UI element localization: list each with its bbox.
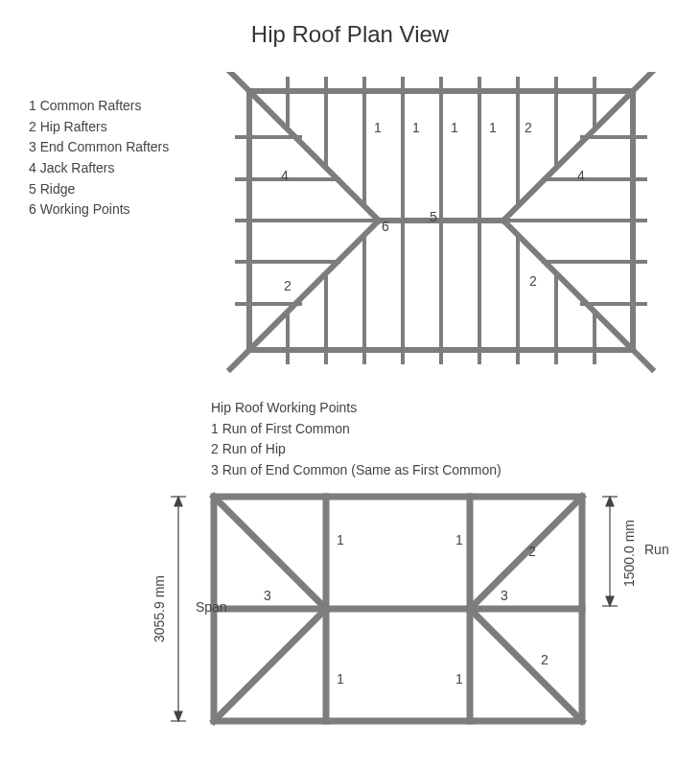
- callout-3b: 3: [264, 588, 271, 603]
- svg-marker-47: [175, 497, 182, 506]
- run-dimension-icon: [599, 489, 620, 614]
- run-value: 1500.0 mm: [621, 520, 637, 587]
- legend-item: 3 Run of End Common (Same as First Commo…: [211, 460, 502, 481]
- callout-1: 1: [412, 120, 420, 135]
- callout-4: 4: [281, 168, 289, 183]
- legend-item: 2 Hip Rafters: [29, 117, 169, 138]
- legend-top: 1 Common Rafters 2 Hip Rafters 3 End Com…: [29, 96, 169, 221]
- callout-2: 2: [529, 273, 537, 289]
- legend-bottom: Hip Roof Working Points 1 Run of First C…: [211, 398, 502, 481]
- legend-item: 6 Working Points: [29, 199, 169, 221]
- callout-2b: 2: [541, 652, 548, 667]
- svg-line-2: [230, 72, 379, 221]
- svg-line-38: [470, 497, 582, 609]
- svg-marker-48: [175, 711, 182, 721]
- legend-item: 3 End Common Rafters: [29, 137, 169, 158]
- legend-item: 1 Common Rafters: [29, 96, 169, 117]
- callout-1: 1: [489, 120, 497, 135]
- callout-1: 1: [374, 120, 382, 135]
- callout-4: 4: [577, 168, 585, 183]
- span-dimension-icon: [168, 489, 189, 729]
- page-title: Hip Roof Plan View: [0, 21, 700, 48]
- legend-item: 1 Run of First Common: [211, 419, 502, 440]
- callout-1b: 1: [455, 532, 463, 547]
- callout-1b: 1: [337, 671, 344, 687]
- callout-6: 6: [382, 219, 389, 234]
- callout-1: 1: [451, 120, 458, 135]
- callout-2: 2: [284, 278, 292, 293]
- legend-heading: Hip Roof Working Points: [211, 398, 502, 419]
- callout-1b: 1: [337, 532, 344, 547]
- svg-line-3: [230, 221, 379, 369]
- top-diagram: [211, 72, 671, 379]
- callout-5: 5: [430, 209, 437, 224]
- run-label: Run: [644, 542, 669, 557]
- svg-line-39: [470, 609, 582, 721]
- svg-line-37: [214, 609, 326, 721]
- legend-item: 4 Jack Rafters: [29, 158, 169, 179]
- callout-3b: 3: [501, 588, 508, 603]
- callout-2: 2: [525, 120, 532, 135]
- span-label: Span: [196, 599, 227, 615]
- span-value: 3055.9 mm: [152, 575, 167, 642]
- svg-marker-53: [606, 596, 614, 606]
- svg-line-4: [503, 72, 652, 221]
- bottom-diagram: [206, 489, 590, 729]
- svg-marker-52: [606, 497, 614, 506]
- callout-2b: 2: [528, 544, 536, 559]
- svg-line-5: [503, 221, 652, 369]
- callout-1b: 1: [455, 671, 463, 687]
- legend-item: 2 Run of Hip: [211, 439, 502, 460]
- legend-item: 5 Ridge: [29, 179, 169, 200]
